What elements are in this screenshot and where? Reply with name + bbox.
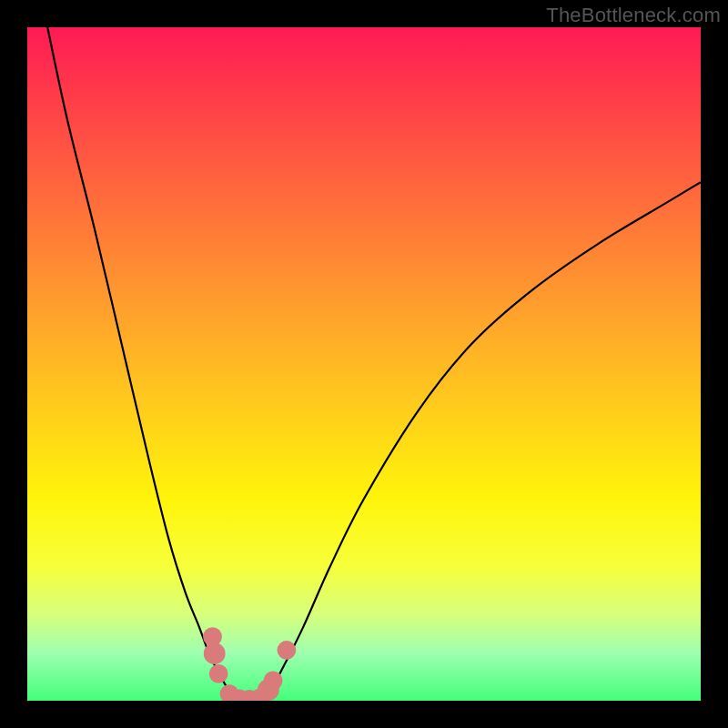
data-marker bbox=[264, 671, 283, 690]
bottleneck-curve-plot bbox=[27, 27, 701, 701]
data-marker bbox=[278, 641, 297, 660]
watermark-text: TheBottleneck.com bbox=[546, 4, 721, 27]
marker-group bbox=[203, 627, 296, 701]
curve-left-branch bbox=[47, 27, 243, 701]
data-marker bbox=[204, 642, 226, 664]
curve-right-branch bbox=[257, 182, 701, 701]
data-marker bbox=[209, 664, 228, 683]
chart-frame bbox=[27, 27, 701, 701]
